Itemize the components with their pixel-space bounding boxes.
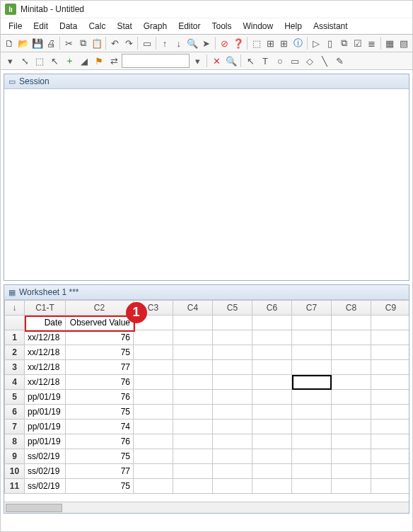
marker-tool-icon[interactable]: ✎ — [332, 54, 347, 68]
corner-cell[interactable]: ↓ — [5, 301, 25, 316]
cell[interactable] — [252, 390, 292, 405]
cell[interactable]: 77 — [66, 360, 134, 375]
cell[interactable] — [213, 405, 252, 420]
arrow-down-icon[interactable]: ↓ — [172, 36, 185, 50]
cell[interactable] — [371, 330, 409, 345]
print-icon[interactable]: 🖨 — [45, 36, 58, 50]
cell[interactable] — [134, 390, 173, 405]
dropdown-icon[interactable]: ▾ — [3, 54, 17, 68]
row-header[interactable]: 2 — [5, 345, 25, 360]
menu-help[interactable]: Help — [279, 20, 307, 33]
row-header[interactable]: 9 — [5, 449, 25, 464]
menu-tools[interactable]: Tools — [206, 20, 236, 33]
list-icon[interactable]: ≣ — [365, 36, 378, 50]
doc-icon[interactable]: ▯ — [323, 36, 337, 50]
select-icon[interactable]: ⬚ — [33, 54, 47, 68]
cell[interactable] — [332, 390, 371, 405]
cell[interactable] — [173, 405, 213, 420]
cell[interactable] — [332, 405, 371, 420]
cell[interactable] — [371, 479, 409, 494]
new-window-icon[interactable]: ▭ — [140, 36, 153, 50]
cell[interactable]: 75 — [66, 405, 134, 420]
horizontal-scrollbar[interactable] — [4, 502, 409, 513]
cell[interactable] — [173, 390, 213, 405]
cell[interactable] — [213, 390, 252, 405]
flag-icon[interactable]: ⚑ — [92, 54, 106, 68]
find-icon[interactable]: 🔍 — [186, 36, 199, 50]
cell[interactable] — [252, 449, 292, 464]
col-name-C6[interactable] — [252, 316, 292, 330]
cell[interactable] — [371, 405, 409, 420]
col-name-C2[interactable]: Observed Value — [66, 316, 134, 330]
cell[interactable] — [173, 345, 213, 360]
menu-graph[interactable]: Graph — [139, 20, 172, 33]
info-icon[interactable]: ⓘ — [291, 36, 305, 50]
row-header[interactable]: 3 — [5, 360, 25, 375]
layers-icon[interactable]: ⧉ — [337, 36, 351, 50]
session-title[interactable]: ▭ Session — [4, 74, 409, 89]
cursor-icon[interactable]: ↖ — [47, 54, 62, 68]
cell[interactable] — [173, 434, 213, 449]
cell[interactable] — [292, 479, 332, 494]
cell[interactable]: ss/02/19 — [25, 479, 66, 494]
col-name-C7[interactable] — [292, 316, 332, 330]
cell[interactable] — [252, 360, 292, 375]
cell[interactable]: 76 — [66, 375, 134, 390]
row-header[interactable]: 8 — [5, 434, 25, 449]
rect-tool-icon[interactable]: ▭ — [288, 54, 302, 68]
col-header-C2[interactable]: C2 — [66, 301, 134, 316]
col-name-C1-T[interactable]: Date — [25, 316, 66, 330]
copy-icon[interactable]: ⧉ — [76, 36, 90, 50]
cell[interactable] — [213, 420, 252, 434]
col-name-C9[interactable] — [371, 316, 409, 330]
cell[interactable] — [173, 360, 213, 375]
poly-tool-icon[interactable]: ◇ — [303, 54, 317, 68]
cell[interactable]: 76 — [66, 330, 134, 345]
cell[interactable]: pp/01/19 — [25, 434, 66, 449]
cell[interactable] — [134, 464, 173, 479]
col-header-C9[interactable]: C9 — [371, 301, 409, 316]
cell[interactable] — [252, 434, 292, 449]
cell[interactable] — [332, 330, 371, 345]
row-header[interactable]: 7 — [5, 420, 25, 434]
cell[interactable] — [371, 345, 409, 360]
cell[interactable] — [213, 464, 252, 479]
pointer-icon[interactable]: ➤ — [200, 36, 214, 50]
col-name-C8[interactable] — [332, 316, 371, 330]
cell[interactable]: xx/12/18 — [25, 330, 66, 345]
menu-stat[interactable]: Stat — [112, 20, 136, 33]
cell[interactable]: pp/01/19 — [25, 420, 66, 434]
play-icon[interactable]: ▷ — [310, 36, 323, 50]
cell[interactable] — [332, 479, 371, 494]
cell[interactable] — [213, 375, 252, 390]
cell[interactable] — [371, 464, 409, 479]
cell[interactable] — [173, 420, 213, 434]
col-header-C5[interactable]: C5 — [213, 301, 252, 316]
row-header[interactable]: 5 — [5, 390, 25, 405]
cell[interactable] — [134, 330, 173, 345]
tool-c-icon[interactable]: ⊞ — [278, 36, 291, 50]
cell[interactable] — [252, 479, 292, 494]
cell[interactable]: 75 — [66, 479, 134, 494]
cell[interactable]: ss/02/19 — [25, 464, 66, 479]
cell[interactable] — [134, 449, 173, 464]
col-header-C6[interactable]: C6 — [252, 301, 292, 316]
cell[interactable] — [252, 405, 292, 420]
cell[interactable] — [213, 345, 252, 360]
arrow-up-icon[interactable]: ↑ — [158, 36, 172, 50]
redo-icon[interactable]: ↷ — [122, 36, 136, 50]
cell[interactable] — [213, 449, 252, 464]
cell[interactable] — [332, 434, 371, 449]
zoom-icon[interactable]: 🔍 — [224, 54, 238, 68]
cell[interactable] — [173, 479, 213, 494]
cell[interactable] — [252, 464, 292, 479]
cell[interactable] — [252, 375, 292, 390]
cell[interactable] — [252, 330, 292, 345]
cell[interactable] — [371, 449, 409, 464]
cell[interactable] — [292, 405, 332, 420]
help-icon[interactable]: ❓ — [232, 36, 245, 50]
drag-icon[interactable]: ⤡ — [18, 54, 32, 68]
close-icon[interactable]: ✕ — [209, 54, 223, 68]
toolbar-input[interactable] — [122, 54, 190, 68]
cell[interactable]: xx/12/18 — [25, 375, 66, 390]
